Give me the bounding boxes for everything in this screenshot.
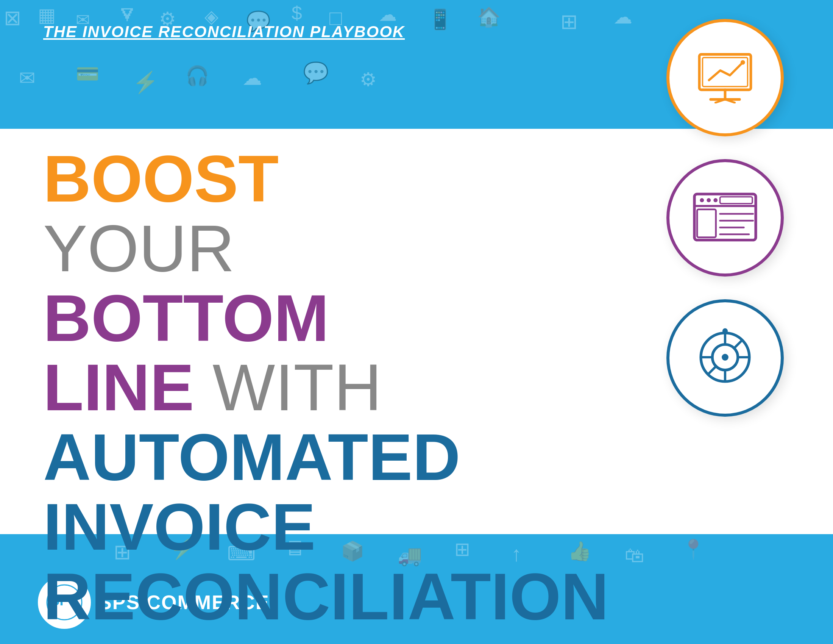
main-headline: BOOST YOUR BOTTOM LINE WITH AUTOMATED IN…	[43, 144, 460, 631]
svg-line-27	[708, 366, 716, 374]
svg-rect-14	[720, 196, 753, 203]
svg-point-28	[722, 354, 728, 361]
page: ⊠ ▦ ✉ ⛛ ⚙ ◈ 💬 $ □ ☁ 📱 🏠 ⊞ ☁ ✉ 💳 ⚡ 🎧 ☁ 💬 …	[0, 0, 833, 644]
svg-rect-15	[697, 209, 716, 238]
svg-point-11	[700, 198, 704, 202]
svg-point-13	[713, 198, 717, 202]
pie-chart-icon	[695, 327, 755, 389]
circles-container	[666, 19, 784, 417]
browser-window-icon	[691, 190, 759, 245]
playbook-label: THE INVOICE RECONCILIATION PLAYBOOK	[43, 23, 405, 41]
headline-line2: BOTTOM LINE WITH	[43, 283, 460, 423]
boost-text: BOOST	[43, 142, 279, 216]
your-text: YOUR	[43, 211, 235, 285]
svg-line-26	[734, 340, 742, 348]
presentation-chart-icon	[693, 50, 757, 105]
headline-line3: AUTOMATED INVOICE	[43, 422, 460, 562]
headline-line1: BOOST YOUR	[43, 144, 460, 283]
svg-point-4	[741, 60, 745, 65]
with-text: WITH	[194, 350, 382, 424]
headline-line4: RECONCILIATION	[43, 562, 460, 631]
svg-point-12	[706, 198, 711, 202]
analytics-circle	[666, 299, 784, 417]
browser-window-circle	[666, 159, 784, 277]
presentation-chart-circle	[666, 19, 784, 136]
svg-point-29	[722, 328, 728, 334]
